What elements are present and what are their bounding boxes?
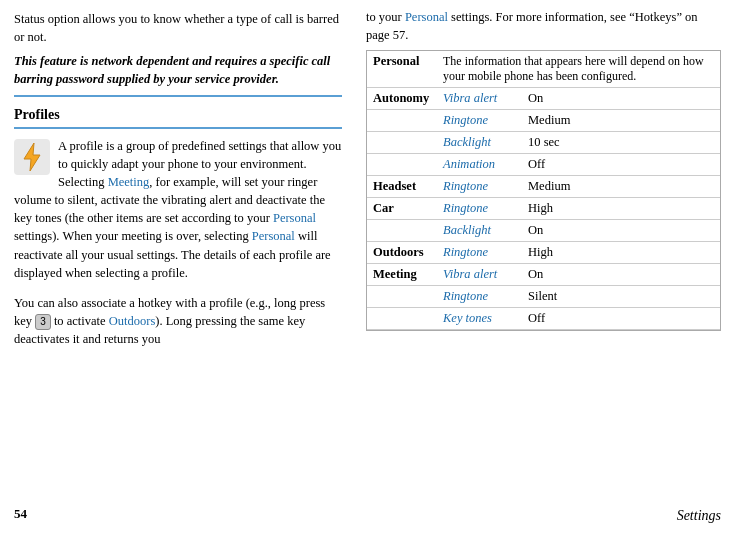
category-cell: Outdoors (367, 242, 437, 264)
setting-cell: Ringtone (437, 242, 522, 264)
category-cell (367, 154, 437, 176)
profiles-table-wrapper: PersonalThe information that appears her… (366, 50, 721, 331)
value-cell: 10 sec (522, 132, 720, 154)
paragraph-status: Status option allows you to know whether… (14, 10, 342, 46)
setting-cell: Vibra alert (437, 264, 522, 286)
profiles-divider (14, 127, 342, 129)
table-row: RingtoneSilent (367, 286, 720, 308)
personal-link-right[interactable]: Personal (405, 10, 448, 24)
setting-cell: Animation (437, 154, 522, 176)
table-row: CarRingtoneHigh (367, 198, 720, 220)
setting-cell: Vibra alert (437, 88, 522, 110)
setting-cell: Ringtone (437, 198, 522, 220)
setting-cell: Backlight (437, 220, 522, 242)
category-cell (367, 132, 437, 154)
profiles-table: PersonalThe information that appears her… (367, 51, 720, 330)
value-cell: High (522, 198, 720, 220)
setting-cell: Ringtone (437, 176, 522, 198)
category-cell: Car (367, 198, 437, 220)
setting-cell: Ringtone (437, 286, 522, 308)
category-cell (367, 286, 437, 308)
table-row: RingtoneMedium (367, 110, 720, 132)
table-row: OutdoorsRingtoneHigh (367, 242, 720, 264)
category-cell: Headset (367, 176, 437, 198)
table-row: Backlight10 sec (367, 132, 720, 154)
setting-cell: Ringtone (437, 110, 522, 132)
table-row: Key tonesOff (367, 308, 720, 330)
category-cell (367, 110, 437, 132)
value-cell: Off (522, 308, 720, 330)
category-cell: Autonomy (367, 88, 437, 110)
right-intro: to your Personal settings. For more info… (366, 8, 721, 44)
value-cell: Medium (522, 176, 720, 198)
value-cell: High (522, 242, 720, 264)
table-row: PersonalThe information that appears her… (367, 51, 720, 88)
category-cell: Personal (367, 51, 437, 88)
category-cell (367, 220, 437, 242)
highlight-feature: This feature is network dependent and re… (14, 52, 342, 88)
value-cell: Silent (522, 286, 720, 308)
page-number: 54 (14, 505, 27, 524)
value-cell: On (522, 220, 720, 242)
paragraph-profiles: A profile is a group of predefined setti… (14, 137, 342, 282)
setting-cell: Key tones (437, 308, 522, 330)
setting-cell: Backlight (437, 132, 522, 154)
table-row: HeadsetRingtoneMedium (367, 176, 720, 198)
category-cell: Meeting (367, 264, 437, 286)
category-cell (367, 308, 437, 330)
personal-link-1[interactable]: Personal (273, 211, 316, 225)
settings-label: Settings (677, 508, 721, 524)
profiles-heading: Profiles (14, 105, 342, 125)
paragraph-hotkey: You can also associate a hotkey with a p… (14, 294, 342, 349)
value-cell: On (522, 264, 720, 286)
table-row: MeetingVibra alertOn (367, 264, 720, 286)
value-cell: The information that appears here will d… (437, 51, 720, 88)
value-cell: Off (522, 154, 720, 176)
value-cell: On (522, 88, 720, 110)
table-row: BacklightOn (367, 220, 720, 242)
meeting-link[interactable]: Meeting (108, 175, 150, 189)
outdoors-link[interactable]: Outdoors (109, 314, 156, 328)
table-row: AnimationOff (367, 154, 720, 176)
key-3-icon: 3 (35, 314, 51, 331)
personal-link-2[interactable]: Personal (252, 229, 295, 243)
profile-icon (14, 139, 50, 175)
table-row: AutonomyVibra alertOn (367, 88, 720, 110)
value-cell: Medium (522, 110, 720, 132)
